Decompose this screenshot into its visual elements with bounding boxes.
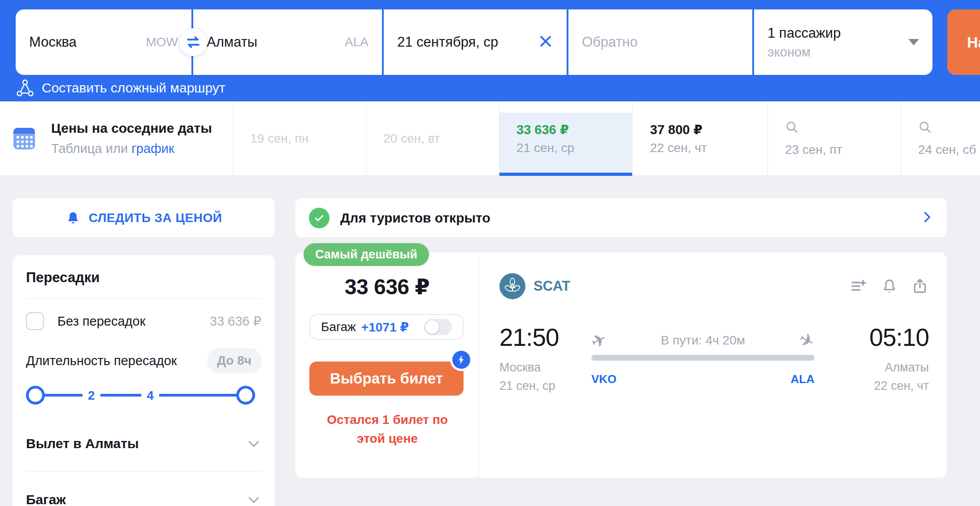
passengers-count: 1 пассажир xyxy=(768,25,841,41)
selected-day-underline xyxy=(499,173,632,176)
origin-city: Москва xyxy=(29,34,77,50)
flight-details: SCAT xyxy=(479,253,947,478)
slider-handle-min[interactable] xyxy=(26,386,45,405)
return-placeholder: Обратно xyxy=(582,34,637,50)
destination-code: ALA xyxy=(345,35,369,49)
day-cell-20[interactable]: 20 сен, вт xyxy=(366,101,499,176)
ticket-price: 33 636 ₽ xyxy=(295,274,479,299)
search-fields: Москва MOW Алматы ALA 21 сентября, ср Об… xyxy=(16,9,932,75)
track-price-button[interactable]: СЛЕДИТЬ ЗА ЦЕНОЙ xyxy=(13,198,275,237)
origin-field[interactable]: Москва MOW xyxy=(16,9,191,75)
day-cell-19[interactable]: 19 сен, пн xyxy=(233,101,366,176)
slider-mark-2: 2 xyxy=(82,388,100,403)
bell-icon[interactable] xyxy=(880,277,898,295)
duration-slider[interactable]: 2 4 xyxy=(26,385,261,406)
transfer-duration-row: Длительность пересадок До 8ч xyxy=(26,348,261,373)
view-table-option[interactable]: Таблица xyxy=(51,141,102,156)
no-transfers-checkbox[interactable] xyxy=(26,312,44,330)
chevron-down-icon xyxy=(908,39,919,45)
destination-field[interactable]: Алматы ALA xyxy=(193,9,382,75)
airline-name: SCAT xyxy=(533,278,570,294)
check-circle-icon xyxy=(309,208,330,228)
flight-search-page: Москва MOW Алматы ALA 21 сентября, ср Об… xyxy=(0,0,980,506)
share-icon[interactable] xyxy=(911,277,929,295)
origin-code: MOW xyxy=(146,35,178,49)
buy-ticket-label: Выбрать билет xyxy=(330,370,443,387)
price-calendar-header: Цены на соседние даты Таблица или график xyxy=(13,101,212,175)
route-middle: ✈ В пути: 4ч 20м ✈ VKO ALA xyxy=(591,325,815,393)
track-price-label: СЛЕДИТЬ ЗА ЦЕНОЙ xyxy=(89,211,222,225)
destination-city: Алматы xyxy=(207,34,257,50)
arrival-time: 05:10 xyxy=(835,325,929,350)
calendar-title: Цены на соседние даты xyxy=(51,121,212,136)
divider xyxy=(26,298,261,299)
departure-date: 21 сен, ср xyxy=(499,379,571,393)
duration-label: Длительность пересадок xyxy=(26,353,177,368)
baggage-price: +1071 ₽ xyxy=(361,320,409,335)
day-cell-24[interactable]: 24 сен, сб xyxy=(901,101,980,176)
day-price: 33 636 ₽ xyxy=(516,122,632,137)
passengers-field[interactable]: 1 пассажир эконом xyxy=(754,9,932,75)
no-transfers-price: 33 636 ₽ xyxy=(210,314,261,329)
ticket-card: Самый дешёвый 33 636 ₽ Багаж +1071 ₽ Выб… xyxy=(295,253,947,478)
return-date-field[interactable]: Обратно xyxy=(568,9,752,75)
flight-duration: В пути: 4ч 20м xyxy=(607,333,800,348)
price-calendar: Цены на соседние даты Таблица или график… xyxy=(0,101,980,176)
complex-route-label: Составить сложный маршрут xyxy=(42,80,225,96)
travel-class: эконом xyxy=(768,45,841,60)
arrival-airport-code[interactable]: ALA xyxy=(791,372,815,386)
depart-date-field[interactable]: 21 сентября, ср xyxy=(384,9,567,75)
buy-ticket-button[interactable]: Выбрать билет xyxy=(309,362,464,396)
section-baggage[interactable]: Багаж xyxy=(26,485,261,506)
baggage-label: Багаж xyxy=(321,320,356,334)
arrival-block: 05:10 Алматы 22 сен, чт xyxy=(835,325,929,393)
baggage-toggle[interactable] xyxy=(424,319,452,335)
slider-mark-4: 4 xyxy=(141,388,159,403)
no-transfers-row[interactable]: Без пересадок 33 636 ₽ xyxy=(26,312,261,330)
chevron-down-icon xyxy=(246,436,261,451)
departure-block: 21:50 Москва 21 сен, ср xyxy=(499,325,571,393)
ticket-price-column: 33 636 ₽ Багаж +1071 ₽ Выбрать билет Ост… xyxy=(295,253,479,478)
day-cell-22[interactable]: 37 800 ₽ 22 сен, чт xyxy=(633,101,766,176)
departure-airport-code[interactable]: VKO xyxy=(591,372,616,386)
arrival-city: Алматы xyxy=(835,361,929,375)
instant-purchase-icon xyxy=(450,349,473,371)
swap-arrows-icon xyxy=(185,34,201,50)
scarcity-note: Остался 1 билет по этой цене xyxy=(311,410,464,448)
filters-panel: Пересадки Без пересадок 33 636 ₽ Длитель… xyxy=(13,255,275,506)
calendar-icon xyxy=(13,128,35,149)
no-transfers-label: Без пересадок xyxy=(57,314,145,329)
search-icon xyxy=(785,120,799,135)
departure-time: 21:50 xyxy=(499,325,571,350)
takeoff-plane-icon: ✈ xyxy=(588,329,610,352)
arrival-date: 22 сен, чт xyxy=(835,379,929,393)
route-icon xyxy=(16,79,35,97)
view-graph-link[interactable]: график xyxy=(131,141,174,156)
clear-date-icon[interactable] xyxy=(538,34,553,51)
transfers-title: Пересадки xyxy=(26,270,261,286)
route-progress-bar xyxy=(591,355,815,361)
baggage-option[interactable]: Багаж +1071 ₽ xyxy=(309,314,464,340)
day-cell-23[interactable]: 23 сен, пт xyxy=(768,101,901,176)
departure-city: Москва xyxy=(499,361,571,375)
section-departure[interactable]: Вылет в Алматы xyxy=(26,429,261,458)
search-icon xyxy=(918,120,932,135)
complex-route-link[interactable]: Составить сложный маршрут xyxy=(16,77,225,99)
search-submit-button[interactable]: Найти xyxy=(947,9,980,75)
depart-date-value: 21 сентября, ср xyxy=(397,34,498,50)
slider-handle-max[interactable] xyxy=(236,386,255,405)
landing-plane-icon: ✈ xyxy=(796,329,818,352)
search-header: Москва MOW Алматы ALA 21 сентября, ср Об… xyxy=(0,0,980,101)
bell-icon xyxy=(65,210,81,226)
chevron-down-icon xyxy=(246,492,261,506)
airline-logo xyxy=(499,273,525,299)
add-to-list-icon[interactable] xyxy=(850,277,868,295)
day-price: 37 800 ₽ xyxy=(650,122,766,137)
tourist-banner[interactable]: Для туристов открыто xyxy=(295,198,947,237)
swap-cities-button[interactable] xyxy=(179,28,207,56)
duration-value-badge: До 8ч xyxy=(207,348,261,373)
divider xyxy=(26,471,261,471)
chevron-right-icon[interactable] xyxy=(920,210,933,226)
tourist-banner-label: Для туристов открыто xyxy=(340,210,490,226)
day-cell-21-selected[interactable]: 33 636 ₽ 21 сен, ср xyxy=(499,101,632,176)
